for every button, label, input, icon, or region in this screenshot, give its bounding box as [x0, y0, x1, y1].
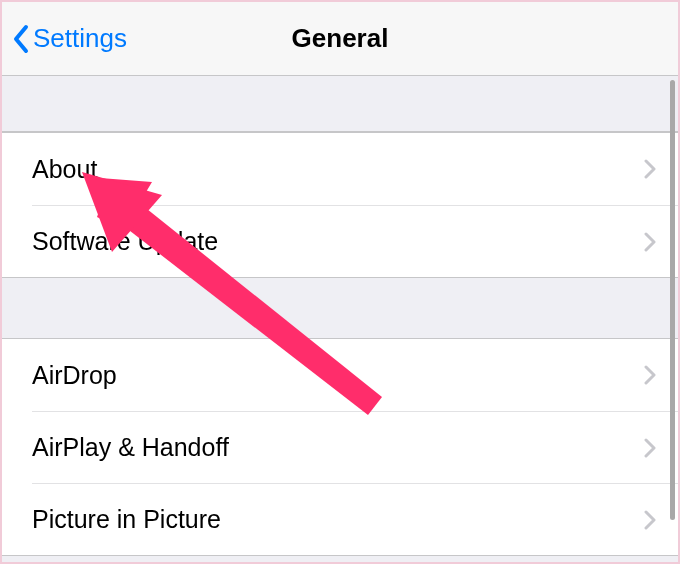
- row-airdrop[interactable]: AirDrop: [2, 339, 678, 411]
- row-label: Software Update: [32, 227, 218, 256]
- row-label: About: [32, 155, 97, 184]
- chevron-right-icon: [644, 232, 656, 252]
- settings-group-1: About Software Update: [2, 132, 678, 278]
- chevron-left-icon: [12, 24, 29, 54]
- row-software-update[interactable]: Software Update: [32, 205, 678, 277]
- row-about[interactable]: About: [2, 133, 678, 205]
- row-label: AirPlay & Handoff: [32, 433, 229, 462]
- row-airplay-handoff[interactable]: AirPlay & Handoff: [32, 411, 678, 483]
- chevron-right-icon: [644, 365, 656, 385]
- chevron-right-icon: [644, 510, 656, 530]
- row-label: AirDrop: [32, 361, 117, 390]
- back-button[interactable]: Settings: [12, 23, 127, 54]
- chevron-right-icon: [644, 159, 656, 179]
- row-picture-in-picture[interactable]: Picture in Picture: [32, 483, 678, 555]
- settings-group-2: AirDrop AirPlay & Handoff Picture in Pic…: [2, 338, 678, 556]
- back-label: Settings: [33, 23, 127, 54]
- section-spacer: [2, 76, 678, 132]
- chevron-right-icon: [644, 438, 656, 458]
- navbar: Settings General: [2, 2, 678, 76]
- row-label: Picture in Picture: [32, 505, 221, 534]
- section-gap: [2, 278, 678, 338]
- scroll-indicator[interactable]: [670, 80, 675, 520]
